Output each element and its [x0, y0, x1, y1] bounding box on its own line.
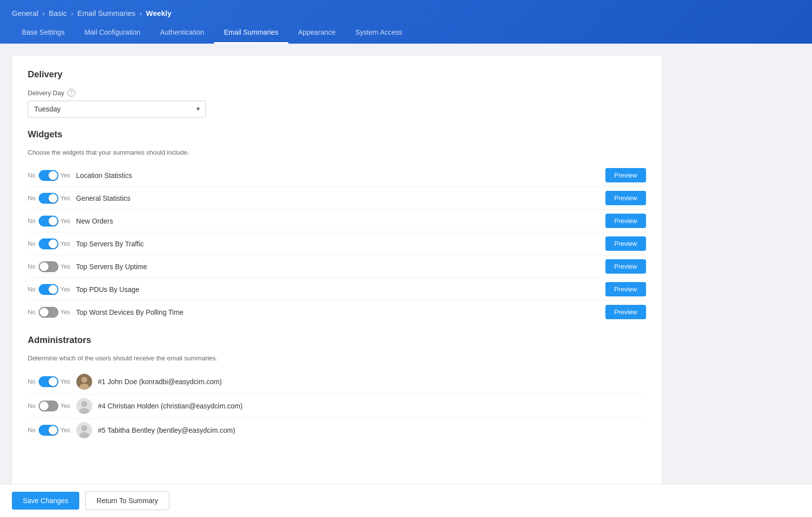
admin-row-john-doe: No Yes #1 John Doe (konradbi@easydcim.co…: [28, 370, 646, 394]
preview-button-top-pdus-usage[interactable]: Preview: [605, 282, 646, 296]
toggle-no-label: No: [28, 378, 37, 385]
toggle-group-top-worst-devices: No Yes: [28, 307, 70, 318]
widget-name-location-statistics: Location Statistics: [76, 172, 599, 179]
toggle-group-general-statistics: No Yes: [28, 193, 70, 204]
toggle-group-christian-holden: No Yes: [28, 401, 70, 411]
delivery-title: Delivery: [28, 69, 646, 80]
widget-row-new-orders: No Yes New Orders Preview: [28, 210, 646, 232]
return-to-summary-button[interactable]: Return To Summary: [85, 491, 169, 510]
widget-row-top-pdus-usage: No Yes Top PDUs By Usage Preview: [28, 278, 646, 301]
toggle-location-statistics[interactable]: [39, 170, 58, 181]
widget-row-location-statistics: No Yes Location Statistics Preview: [28, 164, 646, 187]
toggle-yes-label: Yes: [60, 286, 70, 293]
widget-name-top-servers-traffic: Top Servers By Traffic: [76, 240, 599, 248]
toggle-no-label: No: [28, 172, 37, 179]
widget-row-top-servers-uptime: No Yes Top Servers By Uptime Preview: [28, 255, 646, 278]
toggle-group-location-statistics: No Yes: [28, 170, 70, 181]
toggle-no-label: No: [28, 427, 37, 434]
toggle-yes-label: Yes: [60, 195, 70, 202]
widget-row-general-statistics: No Yes General Statistics Preview: [28, 187, 646, 210]
toggle-no-label: No: [28, 402, 37, 409]
svg-point-4: [81, 401, 87, 407]
toggle-no-label: No: [28, 263, 37, 270]
widget-name-top-worst-devices: Top Worst Devices By Polling Time: [76, 308, 599, 316]
toggle-top-worst-devices[interactable]: [39, 307, 58, 318]
tab-mail-configuration[interactable]: Mail Configuration: [74, 22, 150, 44]
delivery-day-wrapper: Sunday Monday Tuesday Wednesday Thursday…: [28, 101, 206, 117]
toggle-top-servers-uptime[interactable]: [39, 261, 58, 272]
toggle-new-orders[interactable]: [39, 216, 58, 227]
widgets-description: Choose the widgets that your summaries s…: [28, 149, 646, 156]
breadcrumb-sep-3: ›: [140, 9, 142, 17]
toggle-general-statistics[interactable]: [39, 193, 58, 204]
svg-point-1: [81, 377, 87, 383]
toggle-yes-label: Yes: [60, 402, 70, 409]
widget-name-new-orders: New Orders: [76, 217, 599, 225]
toggle-no-label: No: [28, 218, 37, 225]
toggle-group-john-doe: No Yes: [28, 376, 70, 387]
breadcrumb-basic[interactable]: Basic: [49, 9, 67, 17]
preview-button-location-statistics[interactable]: Preview: [605, 168, 646, 182]
admin-name-tabitha-bentley: #5 Tabitha Bentley (bentley@easydcim.com…: [98, 426, 235, 434]
breadcrumb: General › Basic › Email Summaries › Week…: [12, 0, 800, 17]
toggle-group-new-orders: No Yes: [28, 216, 70, 227]
widgets-section: Widgets Choose the widgets that your sum…: [28, 129, 646, 323]
breadcrumb-weekly: Weekly: [146, 9, 171, 17]
widget-row-top-worst-devices: No Yes Top Worst Devices By Polling Time…: [28, 301, 646, 323]
widget-name-general-statistics: General Statistics: [76, 194, 599, 202]
nav-tabs: Base Settings Mail Configuration Authent…: [12, 22, 800, 44]
toggle-yes-label: Yes: [60, 172, 70, 179]
toggle-top-pdus-usage[interactable]: [39, 284, 58, 295]
breadcrumb-email-summaries[interactable]: Email Summaries: [77, 9, 136, 17]
toggle-no-label: No: [28, 240, 37, 247]
tab-system-access[interactable]: System Access: [345, 22, 412, 44]
toggle-yes-label: Yes: [60, 263, 70, 270]
breadcrumb-sep-1: ›: [42, 9, 45, 17]
toggle-yes-label: Yes: [60, 378, 70, 385]
toggle-tabitha-bentley[interactable]: [39, 425, 58, 436]
widget-name-top-pdus-usage: Top PDUs By Usage: [76, 286, 599, 293]
toggle-group-top-servers-traffic: No Yes: [28, 238, 70, 249]
breadcrumb-general[interactable]: General: [12, 9, 38, 17]
toggle-top-servers-traffic[interactable]: [39, 238, 58, 249]
toggle-no-label: No: [28, 195, 37, 202]
preview-button-new-orders[interactable]: Preview: [605, 214, 646, 228]
delivery-day-select[interactable]: Sunday Monday Tuesday Wednesday Thursday…: [28, 101, 206, 117]
settings-card: Delivery Delivery Day ? Sunday Monday Tu…: [12, 56, 662, 486]
breadcrumb-sep-2: ›: [71, 9, 73, 17]
main-content: Delivery Delivery Day ? Sunday Monday Tu…: [0, 44, 674, 498]
widgets-title: Widgets: [28, 129, 646, 140]
tab-appearance[interactable]: Appearance: [288, 22, 346, 44]
toggle-yes-label: Yes: [60, 218, 70, 225]
avatar-john-doe: [76, 374, 92, 390]
tab-email-summaries[interactable]: Email Summaries: [214, 22, 288, 44]
preview-button-top-servers-uptime[interactable]: Preview: [605, 259, 646, 274]
toggle-no-label: No: [28, 309, 37, 316]
toggle-group-top-servers-uptime: No Yes: [28, 261, 70, 272]
admin-name-john-doe: #1 John Doe (konradbi@easydcim.com): [98, 378, 222, 386]
delivery-section: Delivery Delivery Day ? Sunday Monday Tu…: [28, 69, 646, 117]
tab-base-settings[interactable]: Base Settings: [12, 22, 74, 44]
preview-button-top-worst-devices[interactable]: Preview: [605, 305, 646, 319]
toggle-group-tabitha-bentley: No Yes: [28, 425, 70, 436]
admin-row-tabitha-bentley: No Yes #5 Tabitha Bentley (bentley@easyd…: [28, 418, 646, 442]
save-changes-button[interactable]: Save Changes: [12, 492, 79, 510]
preview-button-top-servers-traffic[interactable]: Preview: [605, 236, 646, 251]
widget-name-top-servers-uptime: Top Servers By Uptime: [76, 263, 599, 271]
toggle-yes-label: Yes: [60, 240, 70, 247]
admin-row-christian-holden: No Yes #4 Christian Holden (christian@ea…: [28, 394, 646, 418]
toggle-no-label: No: [28, 286, 37, 293]
header: General › Basic › Email Summaries › Week…: [0, 0, 812, 44]
tab-authentication[interactable]: Authentication: [150, 22, 214, 44]
preview-button-general-statistics[interactable]: Preview: [605, 191, 646, 205]
avatar-tabitha-bentley: [76, 422, 92, 438]
toggle-john-doe[interactable]: [39, 376, 58, 387]
toggle-group-top-pdus-usage: No Yes: [28, 284, 70, 295]
toggle-yes-label: Yes: [60, 427, 70, 434]
admin-name-christian-holden: #4 Christian Holden (christian@easydcim.…: [98, 402, 243, 410]
administrators-description: Determine which of the users should rece…: [28, 354, 646, 362]
delivery-day-help-icon[interactable]: ?: [67, 89, 75, 97]
svg-point-7: [81, 425, 87, 431]
footer: Save Changes Return To Summary: [0, 484, 812, 517]
toggle-christian-holden[interactable]: [39, 401, 58, 411]
